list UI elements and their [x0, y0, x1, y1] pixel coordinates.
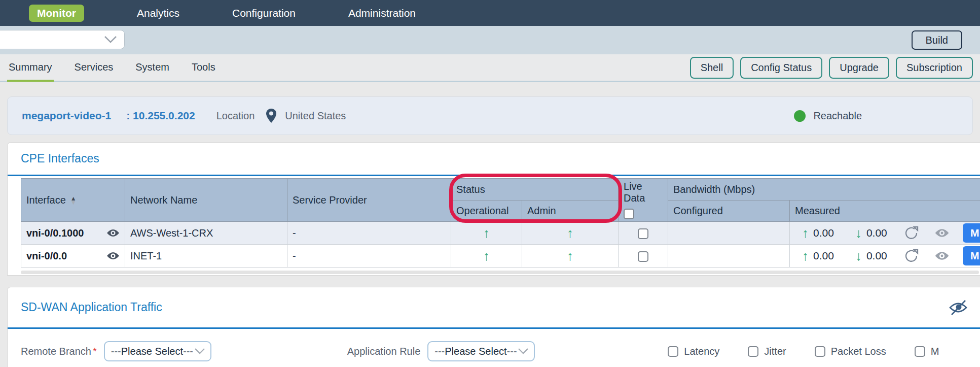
jitter-label: Jitter: [764, 346, 786, 357]
cpe-interfaces-table: Interface▲▼ Network Name Service Provide…: [21, 178, 980, 268]
tx-arrow-icon: ↑: [802, 248, 809, 264]
location-value: United States: [285, 110, 346, 122]
tab-tools[interactable]: Tools: [190, 54, 217, 82]
monitor-button[interactable]: M: [963, 246, 980, 265]
col-header-interface[interactable]: Interface▲▼: [21, 179, 125, 222]
nav-item-configuration[interactable]: Configuration: [232, 7, 296, 19]
eye-icon[interactable]: [106, 251, 120, 260]
refresh-icon[interactable]: [904, 248, 919, 263]
eye-slash-icon[interactable]: [947, 298, 969, 317]
location-label: Location: [216, 110, 255, 122]
remote-branch-select-value: ---Please Select---: [111, 346, 193, 357]
rx-value: 0.00: [866, 227, 887, 239]
sdwan-section-title: SD-WAN Application Traffic: [21, 301, 162, 314]
col-header-measured: Measured: [790, 201, 980, 222]
table-row: vni-0/0.1000 AWS-West-1-CRX - ↑ ↑: [21, 222, 980, 245]
sort-icon[interactable]: ▲▼: [70, 196, 77, 205]
latency-checkbox[interactable]: [668, 346, 678, 357]
nav-item-monitor[interactable]: Monitor: [29, 5, 84, 22]
table-row: vni-0/0.0 INET-1 - ↑ ↑ ↑: [21, 245, 980, 268]
status-dot-icon: [794, 110, 806, 122]
chevron-down-icon: [194, 348, 205, 355]
live-data-select-all-checkbox[interactable]: [624, 209, 634, 219]
device-select[interactable]: [0, 30, 125, 49]
col-group-bandwidth: Bandwidth (Mbps): [668, 179, 980, 201]
eye-icon[interactable]: [106, 228, 120, 238]
device-info-bar: megaport-video-1 : 10.255.0.202 Location…: [7, 96, 973, 135]
interface-name: vni-0/0.1000: [26, 227, 84, 239]
application-rule-select-value: ---Please Select---: [434, 346, 517, 357]
tab-bar: Summary Services System Tools Shell Conf…: [0, 54, 980, 82]
horizontal-scrollbar[interactable]: [21, 271, 979, 274]
device-name-link[interactable]: megaport-video-1: [22, 110, 111, 122]
col-header-configured: Configured: [668, 201, 790, 222]
application-rule-select[interactable]: ---Please Select---: [427, 341, 535, 361]
col-group-status: Status: [451, 179, 619, 201]
operational-up-icon: ↑: [483, 225, 490, 241]
configured-bandwidth-cell: [668, 245, 790, 268]
network-name-cell: AWS-West-1-CRX: [125, 222, 287, 245]
latency-label: Latency: [684, 346, 719, 357]
configured-bandwidth-cell: [668, 222, 790, 245]
cpe-card-header: CPE Interfaces: [8, 143, 980, 176]
eye-icon[interactable]: [934, 251, 950, 261]
latency-checkbox-item: Latency: [668, 346, 719, 357]
remote-branch-label: Remote Branch: [21, 346, 91, 357]
rx-arrow-icon: ↓: [855, 248, 862, 264]
tx-value: 0.00: [813, 227, 834, 239]
mos-checkbox-item: M: [915, 346, 939, 357]
upgrade-button[interactable]: Upgrade: [829, 57, 889, 79]
refresh-icon[interactable]: [904, 225, 919, 241]
sdwan-application-traffic-card: SD-WAN Application Traffic Remote Branch…: [7, 287, 980, 367]
service-provider-cell: -: [287, 245, 451, 268]
live-data-checkbox[interactable]: [638, 251, 648, 262]
required-mark: *: [93, 346, 97, 357]
tx-arrow-icon: ↑: [802, 225, 809, 241]
col-header-operational: Operational: [451, 201, 522, 222]
chevron-down-icon: [518, 348, 529, 355]
live-data-label: Live Data: [624, 181, 663, 204]
tx-value: 0.00: [813, 250, 834, 262]
live-data-checkbox[interactable]: [638, 228, 648, 239]
status-label: Reachable: [813, 110, 862, 122]
rx-value: 0.00: [866, 250, 887, 262]
shell-button[interactable]: Shell: [690, 57, 734, 79]
nav-item-administration[interactable]: Administration: [348, 7, 416, 19]
subscription-button[interactable]: Subscription: [896, 57, 973, 79]
location-pin-icon: [266, 108, 277, 123]
admin-up-icon: ↑: [567, 225, 573, 241]
app-window: Monitor Analytics Configuration Administ…: [0, 0, 980, 367]
cpe-interfaces-card: CPE Interfaces Interface▲▼ Network Name …: [7, 142, 980, 276]
cpe-section-title: CPE Interfaces: [21, 152, 99, 165]
nav-item-analytics[interactable]: Analytics: [137, 7, 179, 19]
sdwan-controls: Remote Branch* ---Please Select--- Appli…: [8, 329, 980, 361]
remote-branch-select[interactable]: ---Please Select---: [104, 341, 211, 361]
tab-system[interactable]: System: [134, 54, 171, 82]
tab-services[interactable]: Services: [73, 54, 115, 82]
toolbar: Build: [0, 26, 980, 54]
sdwan-card-header: SD-WAN Application Traffic: [8, 287, 980, 329]
eye-icon[interactable]: [934, 228, 950, 238]
jitter-checkbox[interactable]: [748, 346, 758, 357]
config-status-button[interactable]: Config Status: [740, 57, 822, 79]
col-header-live-data: Live Data: [619, 179, 668, 222]
reachability-status: Reachable: [794, 110, 862, 122]
top-navbar: Monitor Analytics Configuration Administ…: [0, 0, 980, 26]
device-ip: : 10.255.0.202: [126, 110, 195, 122]
tab-actions: Shell Config Status Upgrade Subscription: [690, 54, 980, 81]
jitter-checkbox-item: Jitter: [748, 346, 786, 357]
metric-checkbox-group: Latency Jitter Packet Loss M: [668, 346, 967, 357]
col-header-interface-label: Interface: [26, 194, 66, 206]
packet-loss-checkbox[interactable]: [815, 346, 825, 357]
build-button[interactable]: Build: [912, 30, 962, 50]
mos-checkbox[interactable]: [915, 346, 925, 357]
rx-arrow-icon: ↓: [855, 225, 862, 241]
packet-loss-checkbox-item: Packet Loss: [815, 346, 886, 357]
interface-name: vni-0/0.0: [26, 250, 67, 262]
monitor-button[interactable]: M: [963, 223, 980, 243]
tab-summary[interactable]: Summary: [7, 54, 54, 82]
tabs: Summary Services System Tools: [7, 54, 217, 81]
admin-up-icon: ↑: [567, 248, 573, 263]
col-header-service-provider: Service Provider: [287, 179, 451, 222]
chevron-down-icon: [104, 36, 117, 44]
